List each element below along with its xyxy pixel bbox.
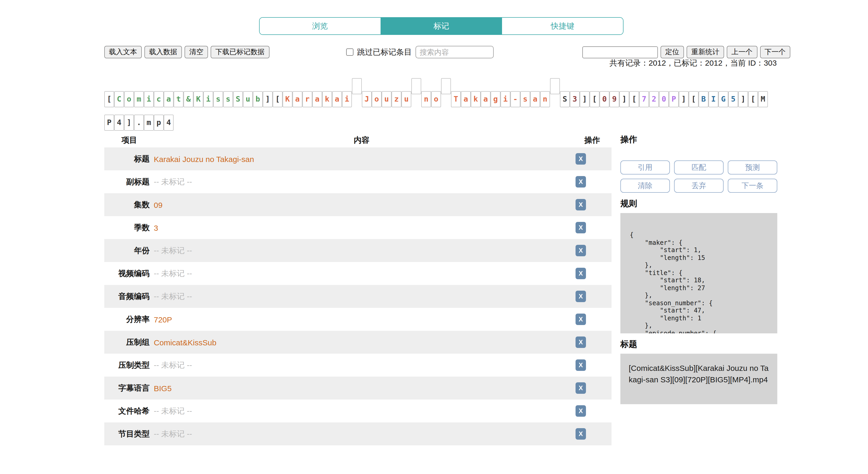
filename-char[interactable]: i bbox=[342, 91, 352, 107]
filename-char[interactable]: & bbox=[184, 91, 193, 107]
filename-char[interactable]: g bbox=[491, 91, 500, 107]
filename-char[interactable]: 7 bbox=[639, 91, 649, 107]
filename-char[interactable] bbox=[352, 78, 362, 94]
filename-char[interactable]: ] bbox=[263, 91, 273, 107]
filename-char[interactable]: C bbox=[114, 91, 124, 107]
filename-char[interactable]: t bbox=[174, 91, 184, 107]
row-remove-button[interactable]: X bbox=[576, 222, 586, 233]
clear-button[interactable]: 清空 bbox=[185, 46, 208, 58]
filename-char[interactable]: u bbox=[401, 91, 411, 107]
filename-char[interactable]: k bbox=[471, 91, 480, 107]
search-input[interactable] bbox=[415, 46, 494, 58]
filename-char[interactable]: m bbox=[144, 114, 154, 131]
tab-annotate[interactable]: 标记 bbox=[381, 18, 502, 34]
filename-char[interactable]: i bbox=[203, 91, 213, 107]
clear-marks-button[interactable]: 清除 bbox=[620, 179, 670, 193]
filename-char[interactable]: [ bbox=[748, 91, 758, 107]
filename-char[interactable]: z bbox=[392, 91, 401, 107]
filename-char[interactable]: P bbox=[104, 114, 114, 131]
row-remove-button[interactable]: X bbox=[576, 199, 586, 210]
row-remove-button[interactable]: X bbox=[576, 313, 586, 325]
row-remove-button[interactable]: X bbox=[576, 428, 586, 440]
match-button[interactable]: 匹配 bbox=[674, 161, 723, 174]
filename-char[interactable]: o bbox=[431, 91, 441, 107]
filename-char[interactable]: - bbox=[510, 91, 520, 107]
row-remove-button[interactable]: X bbox=[576, 153, 586, 165]
filename-char[interactable]: G bbox=[718, 91, 728, 107]
filename-char[interactable]: T bbox=[451, 91, 461, 107]
filename-char[interactable]: a bbox=[332, 91, 342, 107]
filename-char[interactable] bbox=[441, 78, 451, 94]
filename-char[interactable]: n bbox=[421, 91, 431, 107]
filename-char[interactable]: ] bbox=[619, 91, 629, 107]
predict-button[interactable]: 预测 bbox=[728, 161, 777, 174]
recount-button[interactable]: 重新统计 bbox=[687, 46, 724, 58]
filename-char[interactable]: 0 bbox=[599, 91, 610, 107]
filename-char[interactable]: 0 bbox=[659, 91, 669, 107]
filename-char[interactable]: ] bbox=[738, 91, 748, 107]
filename-char[interactable]: r bbox=[302, 91, 312, 107]
download-marked-button[interactable]: 下载已标记数据 bbox=[211, 46, 269, 58]
locate-button[interactable]: 定位 bbox=[660, 46, 684, 58]
row-remove-button[interactable]: X bbox=[576, 291, 586, 302]
discard-button[interactable]: 丢弃 bbox=[674, 179, 723, 193]
filename-char[interactable]: o bbox=[372, 91, 382, 107]
row-remove-button[interactable]: X bbox=[576, 176, 586, 188]
previous-button[interactable]: 上一个 bbox=[727, 46, 757, 58]
filename-char[interactable]: I bbox=[709, 91, 718, 107]
filename-char[interactable]: i bbox=[144, 91, 154, 107]
filename-char[interactable]: [ bbox=[104, 91, 114, 107]
filename-char[interactable] bbox=[411, 78, 421, 94]
filename-char[interactable]: ] bbox=[580, 91, 590, 107]
filename-char[interactable]: a bbox=[312, 91, 322, 107]
filename-char[interactable]: B bbox=[699, 91, 709, 107]
filename-char[interactable]: s bbox=[213, 91, 223, 107]
filename-char[interactable]: s bbox=[223, 91, 233, 107]
load-text-button[interactable]: 载入文本 bbox=[104, 46, 142, 58]
filename-char[interactable]: c bbox=[154, 91, 164, 107]
next-button[interactable]: 下一个 bbox=[760, 46, 790, 58]
filename-char[interactable]: 2 bbox=[649, 91, 659, 107]
filename-char[interactable]: a bbox=[461, 91, 471, 107]
filename-char[interactable]: u bbox=[382, 91, 392, 107]
filename-char[interactable]: p bbox=[154, 114, 164, 131]
tab-browse[interactable]: 浏览 bbox=[259, 18, 381, 34]
load-data-button[interactable]: 载入数据 bbox=[145, 46, 182, 58]
filename-char[interactable]: n bbox=[540, 91, 550, 107]
row-remove-button[interactable]: X bbox=[576, 405, 586, 417]
filename-char[interactable]: a bbox=[480, 91, 491, 107]
filename-char[interactable]: 4 bbox=[164, 114, 174, 131]
row-remove-button[interactable]: X bbox=[576, 268, 586, 279]
filename-char[interactable]: 9 bbox=[610, 91, 619, 107]
filename-char[interactable]: [ bbox=[689, 91, 699, 107]
skip-marked-checkbox[interactable] bbox=[346, 48, 353, 56]
filename-char[interactable]: o bbox=[124, 91, 134, 107]
filename-char[interactable]: 4 bbox=[114, 114, 124, 131]
filename-char[interactable]: [ bbox=[590, 91, 599, 107]
tab-shortcuts[interactable]: 快捷键 bbox=[502, 18, 623, 34]
goto-id-input[interactable] bbox=[582, 46, 658, 58]
filename-char[interactable]: s bbox=[520, 91, 530, 107]
filename-char[interactable] bbox=[550, 78, 560, 94]
filename-char[interactable]: [ bbox=[273, 91, 283, 107]
row-remove-button[interactable]: X bbox=[576, 337, 586, 348]
filename-char[interactable]: b bbox=[253, 91, 263, 107]
filename-char[interactable]: ] bbox=[679, 91, 689, 107]
row-remove-button[interactable]: X bbox=[576, 360, 586, 371]
filename-char[interactable]: M bbox=[758, 91, 768, 107]
filename-char[interactable]: a bbox=[292, 91, 302, 107]
row-remove-button[interactable]: X bbox=[576, 245, 586, 256]
filename-char[interactable]: a bbox=[164, 91, 174, 107]
quote-button[interactable]: 引用 bbox=[620, 161, 670, 174]
filename-char[interactable]: ] bbox=[124, 114, 134, 131]
filename-char[interactable]: m bbox=[134, 91, 144, 107]
next-entry-button[interactable]: 下一条 bbox=[728, 179, 777, 193]
filename-char[interactable]: J bbox=[362, 91, 372, 107]
filename-char[interactable]: K bbox=[193, 91, 203, 107]
filename-char[interactable]: S bbox=[233, 91, 243, 107]
filename-char[interactable]: k bbox=[322, 91, 332, 107]
filename-char[interactable]: 5 bbox=[728, 91, 738, 107]
filename-char[interactable]: u bbox=[243, 91, 253, 107]
filename-char[interactable]: a bbox=[530, 91, 540, 107]
row-remove-button[interactable]: X bbox=[576, 382, 586, 394]
